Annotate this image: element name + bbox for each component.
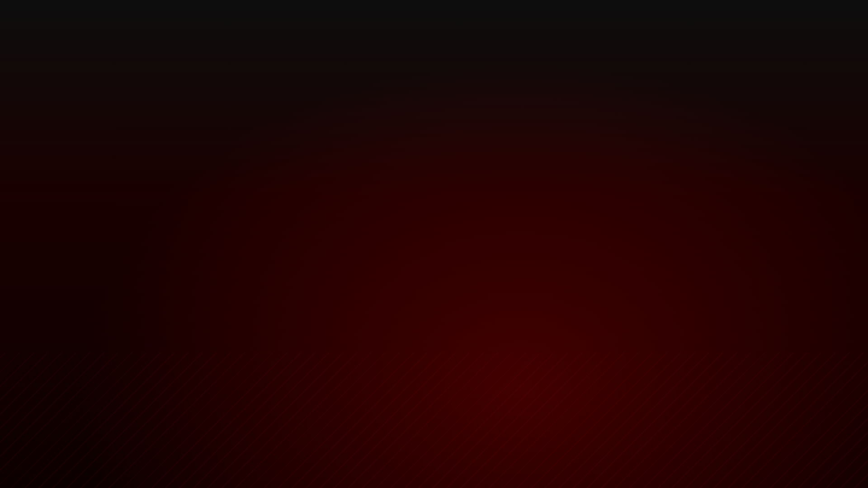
main-container: ROG UEFI BIOS Utility – Advanced Mode 05… bbox=[0, 0, 868, 488]
bg-lines bbox=[0, 352, 868, 488]
